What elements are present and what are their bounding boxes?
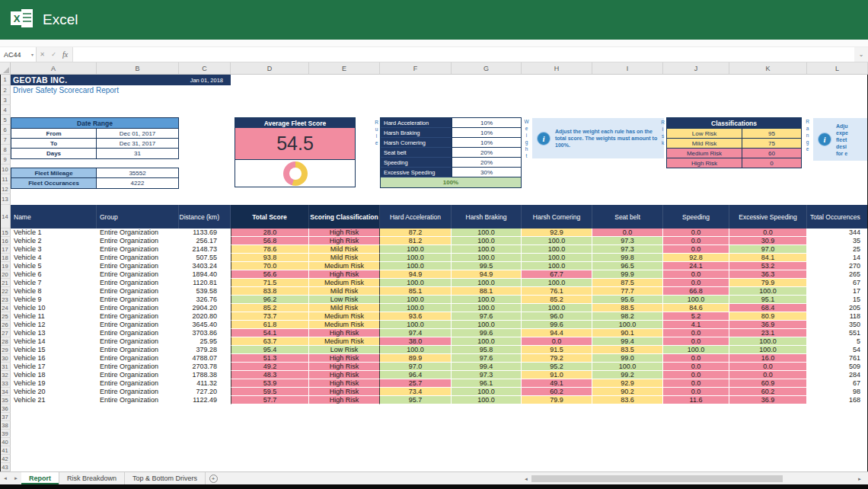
cell-speeding[interactable]: 4.1 [663,321,729,329]
cell-total-occurences[interactable]: 168 [807,396,868,404]
cell-speeding[interactable]: 11.6 [663,396,729,404]
cell-hard-acceleration[interactable]: 100.0 [380,254,452,262]
row-header-19[interactable]: 19 [0,262,11,270]
cell-harsh-cornering[interactable]: 100.0 [522,254,592,262]
cell-harsh-braking[interactable]: 100.0 [452,245,522,254]
column-hard-acceleration[interactable]: Hard Acceleration [380,205,452,229]
cell-name[interactable]: Vehicle 8 [11,287,97,296]
cell-harsh-cornering[interactable]: 91.0 [522,371,592,379]
cell-group[interactable]: Entire Organization [97,270,179,279]
column-header-l[interactable]: L [807,62,868,74]
row-header-3[interactable]: 3 [0,95,11,105]
cell-harsh-cornering[interactable]: 76.1 [522,287,592,296]
rule-label[interactable]: Seat belt [381,148,452,158]
row-header-38[interactable]: 38 [0,421,11,430]
sheet-tab-risk-breakdown[interactable]: Risk Breakdown [59,472,125,484]
cell-group[interactable]: Entire Organization [97,287,179,296]
row-header-33[interactable]: 33 [0,379,11,388]
rule-weight[interactable]: 30% [452,168,521,177]
cell-distance-km[interactable]: 3403.24 [179,262,231,270]
cell-scoring-classification[interactable]: Mild Risk [309,254,380,262]
cell-harsh-braking[interactable]: 99.4 [452,363,522,371]
cell-group[interactable]: Entire Organization [97,321,179,329]
row-header-31[interactable]: 31 [0,363,11,371]
cell-name[interactable]: Vehicle 7 [11,279,97,287]
date-range-value[interactable]: 31 [97,149,178,158]
cell-distance-km[interactable]: 326.76 [179,296,231,304]
row-header-21[interactable]: 21 [0,279,11,287]
cell-total-occurences[interactable]: 344 [807,229,868,237]
cell-group[interactable]: Entire Organization [97,371,179,379]
cell-scoring-classification[interactable]: Low Risk [309,296,380,304]
cell-seat-belt[interactable]: 0.0 [592,229,663,237]
cell-harsh-cornering[interactable]: 0.0 [522,337,592,346]
cell-harsh-cornering[interactable]: 100.0 [522,304,592,312]
cell-seat-belt[interactable]: 88.5 [592,304,663,312]
cell-excessive-speeding[interactable]: 53.2 [729,262,807,270]
cell-hard-acceleration[interactable]: 100.0 [380,321,452,329]
cell-scoring-classification[interactable]: High Risk [309,354,380,363]
cell-distance-km[interactable]: 507.55 [179,254,231,262]
cell-speeding[interactable]: 0.0 [663,329,729,337]
cell-harsh-braking[interactable]: 100.0 [452,304,522,312]
cell-seat-belt[interactable]: 99.9 [592,270,663,279]
cell-seat-belt[interactable]: 97.3 [592,237,663,245]
cell-hard-acceleration[interactable]: 81.2 [380,237,452,245]
select-all-corner[interactable] [0,62,11,74]
cell-total-occurences[interactable]: 284 [807,371,868,379]
cell-name[interactable]: Vehicle 14 [11,337,97,346]
row-header-4[interactable]: 4 [0,105,11,115]
cell-group[interactable]: Entire Organization [97,296,179,304]
fleet-label[interactable]: Fleet Mileage [11,168,97,177]
column-header-b[interactable]: B [97,62,179,74]
column-name[interactable]: Name [11,205,97,229]
cell-hard-acceleration[interactable]: 93.6 [380,312,452,321]
cell-total-occurences[interactable]: 54 [807,346,868,354]
row-header-42[interactable]: 42 [0,455,11,463]
cell-name[interactable]: Vehicle 20 [11,388,97,396]
cell-hard-acceleration[interactable]: 97.4 [380,329,452,337]
column-header-e[interactable]: E [309,62,380,74]
cell-seat-belt[interactable]: 98.2 [592,312,663,321]
fleet-label[interactable]: Fleet Occurances [11,178,97,188]
cell-harsh-braking[interactable]: 100.0 [452,229,522,237]
date-range-value[interactable]: Dec 31, 2017 [97,139,178,148]
row-header-34[interactable]: 34 [0,388,11,396]
cell-harsh-braking[interactable]: 99.5 [452,262,522,270]
date-range-label[interactable]: Days [11,149,97,158]
cell-excessive-speeding[interactable]: 0.0 [729,229,807,237]
cell-distance-km[interactable]: 727.20 [179,388,231,396]
cell-excessive-speeding[interactable]: 23.1 [729,329,807,337]
cell-harsh-cornering[interactable]: 79.9 [522,396,592,404]
cell-speeding[interactable]: 66.8 [663,287,729,296]
cell-excessive-speeding[interactable]: 79.9 [729,279,807,287]
cell-excessive-speeding[interactable]: 100.0 [729,287,807,296]
row-header-22[interactable]: 22 [0,287,11,296]
cell-excessive-speeding[interactable]: 0.0 [729,363,807,371]
row-header-27[interactable]: 27 [0,329,11,337]
row-header-2[interactable]: 2 [0,85,11,95]
cell-total-score[interactable]: 59.5 [231,388,309,396]
cell-excessive-speeding[interactable]: 68.4 [729,304,807,312]
cell-harsh-braking[interactable]: 100.0 [452,296,522,304]
cell-distance-km[interactable]: 3645.40 [179,321,231,329]
cell-distance-km[interactable]: 2020.80 [179,312,231,321]
sheet-tab-report[interactable]: Report [21,472,59,484]
cell-total-score[interactable]: 70.0 [231,262,309,270]
cell-group[interactable]: Entire Organization [97,363,179,371]
cell-distance-km[interactable]: 2148.73 [179,245,231,254]
cell-scoring-classification[interactable]: Medium Risk [309,262,380,270]
cell-speeding[interactable]: 84.6 [663,304,729,312]
cell-seat-belt[interactable]: 90.2 [592,388,663,396]
cell-name[interactable]: Vehicle 13 [11,329,97,337]
prev-sheet-icon[interactable]: ◄ [0,472,11,484]
column-header-c[interactable]: C [179,62,231,74]
insert-function-icon[interactable]: fx [59,47,71,62]
cell-total-occurences[interactable]: 551 [807,329,868,337]
cell-speeding[interactable]: 0.0 [663,237,729,245]
cell-distance-km[interactable]: 1120.81 [179,279,231,287]
cell-speeding[interactable]: 0.0 [663,379,729,388]
cell-group[interactable]: Entire Organization [97,279,179,287]
cell-speeding[interactable]: 100.0 [663,296,729,304]
row-header-16[interactable]: 16 [0,237,11,245]
